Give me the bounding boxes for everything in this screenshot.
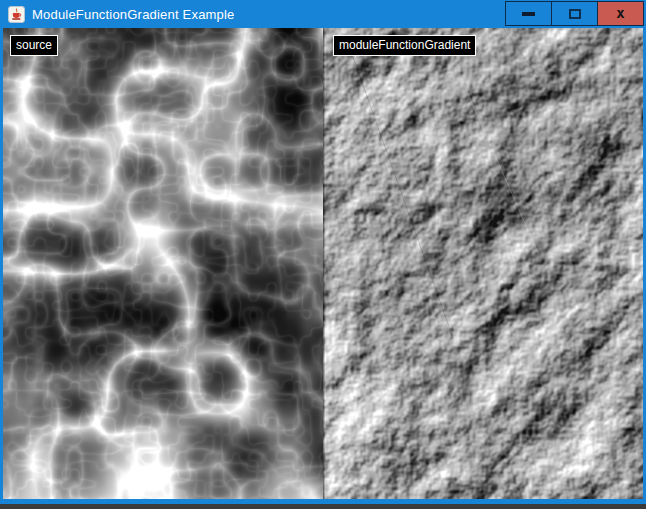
source-label: source (10, 35, 58, 56)
java-coffee-cup-icon (10, 8, 23, 21)
module-function-gradient-label: moduleFunctionGradient (333, 35, 476, 56)
minimize-button[interactable] (505, 1, 552, 26)
taskbar-edge (0, 504, 646, 509)
window-title: ModuleFunctionGradient Example (32, 7, 235, 22)
java-app-icon[interactable] (8, 6, 25, 23)
maximize-button[interactable] (551, 1, 598, 26)
window-border-left[interactable] (0, 28, 3, 504)
titlebar[interactable]: ModuleFunctionGradient Example x (0, 0, 646, 28)
image-panel-container: source moduleFunctionGradient (3, 28, 643, 499)
window-controls: x (506, 1, 644, 26)
minimize-icon (522, 12, 535, 16)
maximize-icon (569, 9, 581, 19)
close-icon: x (616, 6, 624, 20)
close-button[interactable]: x (597, 1, 644, 26)
module-function-gradient-image (323, 28, 643, 499)
source-image (3, 28, 323, 499)
